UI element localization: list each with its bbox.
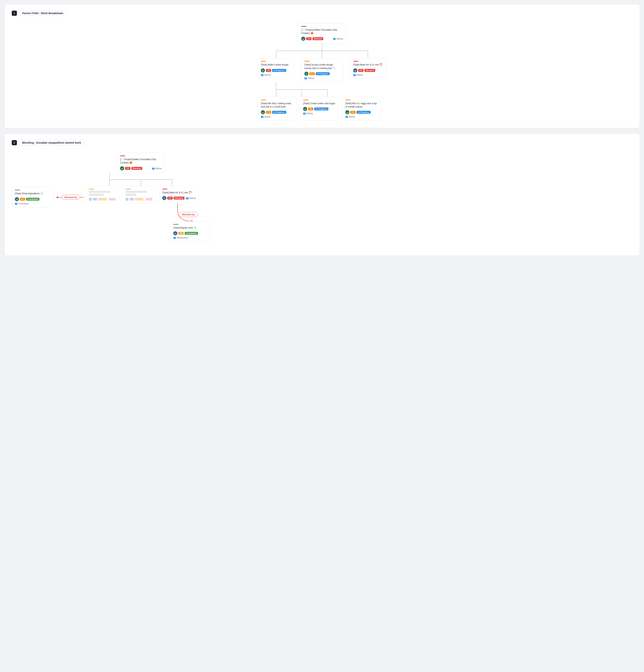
s2-project-avatar: 🧑 <box>120 166 124 170</box>
s2-repair-priority: P2 <box>178 232 184 235</box>
s1-c23-accent <box>353 61 358 62</box>
s1-level3-row: [Task] Mix flour, baking soda, and salt … <box>258 97 386 121</box>
s1-c32-avatar: 🧑 <box>303 107 307 111</box>
s1-c32-status: In Progress <box>314 107 328 110</box>
s1-card2-1[interactable]: [Task] Make cookie dough 🧑 P0 In Progres… <box>258 58 294 79</box>
s2-blurred-card-2 <box>122 186 155 204</box>
s1-c21-title: [Task] Make cookie dough <box>261 63 291 67</box>
section-1-title: Parent Child - Work Breakdown <box>19 10 67 16</box>
s1-c23-status: Blocked <box>364 69 375 72</box>
s1-c33-avatar: 🧑 <box>345 110 349 114</box>
s2-bake-priority: P0 <box>167 196 173 200</box>
s1-card3-3[interactable]: [Task] Mix in 2 eggs and a tsp of vanill… <box>342 97 381 121</box>
s1-c21-footer: 🧑 P0 In Progress 👥 Baking <box>261 69 291 76</box>
s1-c31-team: 👥 Baking <box>261 115 271 118</box>
s2-blocked-by-right: Blocked by <box>179 212 198 217</box>
s2-blur2-line2 <box>126 194 136 196</box>
s1-c31-title: [Task] Mix flour, baking soda, and salt … <box>261 102 293 108</box>
s2-level2-row: [Task] Bake for 9-11 min ⏰ 🧑 P0 Blocked … <box>86 186 196 242</box>
s2-blur2-badge3 <box>145 198 152 201</box>
s1-c22-left: 🧑 P1 In Progress <box>304 72 330 76</box>
s1-c31-left: 🧑 P1 In Progress <box>261 110 286 114</box>
s2-shop-avatar: 🧑 <box>15 197 19 201</box>
s2-blurred-card-1 <box>86 186 119 204</box>
s2-bake-title: [Task] Bake for 9-11 min ⏰ <box>162 191 196 194</box>
s1-c33-left: 🧑 P1 In Progress <box>345 110 371 114</box>
root-team-label: Baking <box>337 38 343 40</box>
root-avatar: 🧑 <box>301 37 305 41</box>
root-accent <box>301 26 306 27</box>
s1-c31-footer: 🧑 P1 In Progress 👥 Baking <box>261 110 293 118</box>
s1-card3-2[interactable]: [Task] Cream butter and sugar 🧑 P1 In Pr… <box>300 97 339 121</box>
s2-repair-status: Completed <box>185 232 198 235</box>
s2-repair-card[interactable]: [Task] Repair oven 🔧 🧑 P2 Completed 👥 <box>170 221 210 242</box>
s2-bake-avatar: 🧑 <box>162 196 166 200</box>
s2-bake-left: 🧑 P0 Blocked <box>162 196 184 200</box>
s1-c32-priority: P1 <box>308 107 313 110</box>
s1-c31-status: In Progress <box>272 111 286 114</box>
s1-c32-footer: 🧑 P1 In Progress 👥 Baking <box>303 107 336 115</box>
s2-bake-card[interactable]: [Task] Bake for 9-11 min ⏰ 🧑 P0 Blocked … <box>159 186 199 203</box>
s1-c32-accent <box>303 99 308 100</box>
s2-blur1-dot <box>89 197 92 201</box>
s2-repair-left: 🧑 P2 Completed <box>173 231 198 235</box>
s2-shop-priority: P1 <box>20 198 25 201</box>
s2-bake-team: 👥 Baking <box>186 197 196 199</box>
section-2-title: Blocking - Escalate stopped/not started … <box>19 140 84 145</box>
s1-c31-accent <box>261 99 266 100</box>
s2-repair-team: 👥 Maintenance <box>173 237 188 239</box>
s1-c22-accent <box>304 61 309 62</box>
s2-bake-col: [Task] Bake for 9-11 min ⏰ 🧑 P0 Blocked … <box>159 186 211 242</box>
s2-bake-accent <box>162 189 167 190</box>
s2-shop-card[interactable]: [Task] Shop ingredients 🛒 🧑 P1 Completed… <box>12 187 54 207</box>
s1-c33-title: [Task] Mix in 2 eggs and a tsp of vanill… <box>345 102 378 108</box>
s2-blur2-dot <box>126 197 128 201</box>
s1-c22-title: [Task] Scoop cookie dough evenly onto a … <box>304 63 339 70</box>
s1-c31-avatar: 🧑 <box>261 110 265 114</box>
s1-card2-1-wrap: [Task] Make cookie dough 🧑 P0 In Progres… <box>258 58 294 82</box>
s2-project-footer: 🧑 P0 Blocked 👥 Baking <box>120 166 162 170</box>
root-title: [📄 Project] Make Chocolate Chip Cookies … <box>301 28 343 35</box>
s2-repair-title: [Task] Repair oven 🔧 <box>173 226 207 229</box>
s1-card2-3[interactable]: [Task] Bake for 9-11 min ⏰ 🧑 P0 Blocked … <box>350 58 386 79</box>
s2-shop-footer: 🧑 P1 Completed 👥 Purchasing <box>15 197 51 205</box>
s2-arrow-line-right <box>80 197 83 197</box>
s2-project-priority: P0 <box>125 167 130 170</box>
root-footer: 🧑 P0 Blocked 👥 Baking <box>301 37 343 41</box>
s2-project-title: [📄 Project] Make Chocolate Chip Cookies … <box>120 158 162 164</box>
s2-project-col: [📄 Project] Make Chocolate Chip Cookies … <box>86 153 196 242</box>
s2-repair-footer: 🧑 P2 Completed 👥 Maintenance <box>173 231 207 239</box>
s2-shop-left: 🧑 P1 Completed <box>15 197 39 201</box>
s1-c23-avatar: 🧑 <box>353 69 357 72</box>
s2-blocked-by-right-label: Blocked by <box>179 212 198 217</box>
s2-arrowhead <box>56 196 58 199</box>
s1-c33-team: 👥 Baking <box>345 115 355 118</box>
section-1-number: 1 <box>12 11 17 16</box>
s1-c23-priority: P0 <box>358 69 363 72</box>
s2-bake-status: Blocked <box>174 196 185 200</box>
s2-shop-title: [Task] Shop ingredients 🛒 <box>15 192 51 195</box>
s1-c22-avatar: 🧑 <box>304 72 308 76</box>
root-status: Blocked <box>313 37 323 40</box>
s2-repair-card-wrap: [Task] Repair oven 🔧 🧑 P2 Completed 👥 <box>170 221 211 242</box>
root-card[interactable]: [📄 Project] Make Chocolate Chip Cookies … <box>298 23 346 44</box>
s2-repair-avatar: 🧑 <box>173 231 177 235</box>
s2-blur2-accent <box>126 189 131 190</box>
s2-blocked-arrow: Blocked by <box>56 195 83 200</box>
s2-project-left: 🧑 P0 Blocked <box>120 166 142 170</box>
s2-blur2-footer <box>126 197 152 201</box>
s2-blocking-row: [Task] Shop ingredients 🛒 🧑 P1 Completed… <box>12 153 632 242</box>
root-priority: P0 <box>306 37 312 40</box>
s1-card3-1[interactable]: [Task] Mix flour, baking soda, and salt … <box>258 97 296 121</box>
s2-project-card[interactable]: [📄 Project] Make Chocolate Chip Cookies … <box>117 153 165 173</box>
s1-card2-2[interactable]: [Task] Scoop cookie dough evenly onto a … <box>301 58 342 82</box>
s2-arrow-line-left <box>58 197 62 197</box>
s2-shop-accent <box>15 190 20 190</box>
s1-c33-status: In Progress <box>356 111 371 114</box>
s1-c23-left: 🧑 P0 Blocked <box>353 69 375 72</box>
s1-root-row: [📄 Project] Make Chocolate Chip Cookies … <box>298 23 346 44</box>
s2-blur1-line2 <box>89 194 104 196</box>
s2-project-team: 👥 Baking <box>152 167 162 170</box>
s1-c23-team: 👥 Baking <box>353 74 363 76</box>
s2-repair-accent <box>173 224 178 225</box>
